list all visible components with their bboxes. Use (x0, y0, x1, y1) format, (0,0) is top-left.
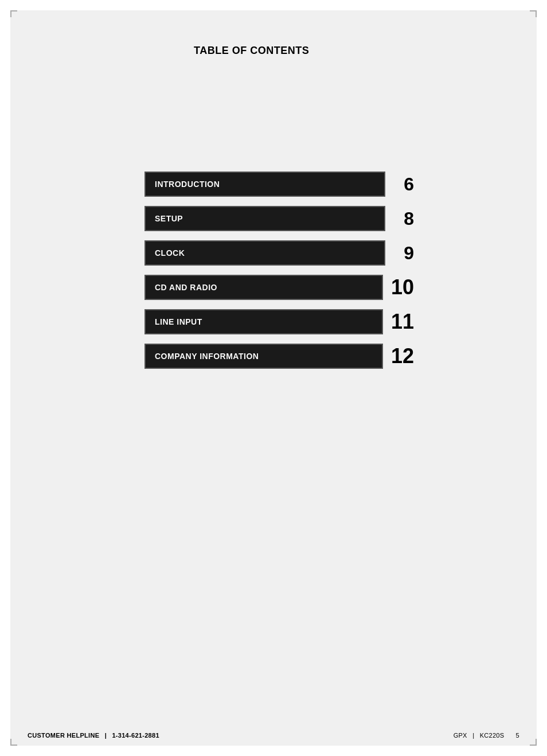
toc-page-line-input: 11 (391, 310, 414, 334)
footer-helpline-label: CUSTOMER HELPLINE (28, 732, 99, 739)
corner-mark-bottom-left (10, 739, 17, 746)
page: TABLE OF CONTENTS INTRODUCTION 6 SETUP 8… (10, 10, 537, 746)
footer-left: CUSTOMER HELPLINE | 1-314-621-2881 (28, 732, 159, 739)
toc-label-setup[interactable]: SETUP (144, 206, 385, 231)
footer-page-number: 5 (516, 732, 519, 739)
corner-mark-top-right (530, 10, 537, 17)
footer-brand: GPX (454, 732, 467, 739)
toc-label-cd-and-radio[interactable]: CD AND RADIO (144, 275, 383, 300)
corner-mark-bottom-right (530, 739, 537, 746)
toc-page-introduction: 6 (393, 174, 414, 195)
toc-entry-company-information: COMPANY INFORMATION 12 (144, 344, 414, 369)
footer-right-separator: | (472, 732, 476, 739)
toc-entry-introduction: INTRODUCTION 6 (144, 172, 414, 197)
toc-entry-line-input: LINE INPUT 11 (144, 309, 414, 334)
footer-page-spacing (506, 732, 514, 739)
toc-label-company-information[interactable]: COMPANY INFORMATION (144, 344, 383, 369)
toc-entries: INTRODUCTION 6 SETUP 8 CLOCK 9 CD AND RA… (144, 172, 414, 369)
footer-model: KC220S (480, 732, 505, 739)
main-area: TABLE OF CONTENTS INTRODUCTION 6 SETUP 8… (10, 10, 537, 725)
toc-entry-clock: CLOCK 9 (144, 240, 414, 266)
toc-entry-cd-and-radio: CD AND RADIO 10 (144, 275, 414, 300)
toc-label-line-input[interactable]: LINE INPUT (144, 309, 383, 334)
footer-phone: 1-314-621-2881 (112, 732, 159, 739)
toc-page-setup: 8 (393, 208, 414, 229)
toc-label-clock[interactable]: CLOCK (144, 240, 385, 266)
footer-left-separator: | (105, 732, 109, 739)
toc-page-clock: 9 (393, 243, 414, 264)
corner-mark-top-left (10, 10, 17, 17)
toc-page-company-information: 12 (391, 344, 414, 368)
toc-title: TABLE OF CONTENTS (194, 45, 309, 57)
toc-label-introduction[interactable]: INTRODUCTION (144, 172, 385, 197)
toc-entry-setup: SETUP 8 (144, 206, 414, 231)
footer: CUSTOMER HELPLINE | 1-314-621-2881 GPX |… (10, 725, 537, 746)
footer-right: GPX | KC220S 5 (454, 732, 519, 739)
toc-page-cd-and-radio: 10 (391, 275, 414, 299)
